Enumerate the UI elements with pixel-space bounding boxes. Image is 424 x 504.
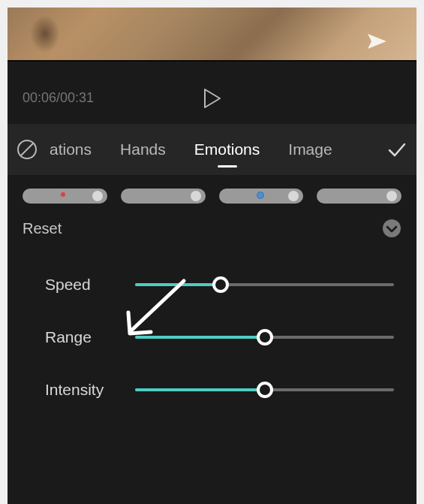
- slider-intensity[interactable]: [135, 381, 394, 399]
- play-button[interactable]: [203, 88, 221, 109]
- svg-line-1: [21, 143, 33, 155]
- collapse-button[interactable]: [382, 219, 401, 238]
- preset-2[interactable]: [121, 189, 206, 204]
- presets-row: [8, 175, 416, 207]
- reset-button[interactable]: Reset: [23, 220, 62, 237]
- tab-ations[interactable]: ations: [47, 127, 95, 172]
- check-icon: [386, 139, 407, 160]
- preset-3[interactable]: [219, 189, 304, 204]
- slider-fill: [135, 283, 221, 286]
- total-time: 00:31: [60, 90, 94, 105]
- tab-emotions[interactable]: Emotions: [191, 127, 263, 172]
- chevron-down-icon: [382, 219, 401, 238]
- slider-row-intensity: Intensity: [23, 381, 401, 399]
- slider-label-speed: Speed: [45, 276, 135, 294]
- preset-1[interactable]: [23, 189, 107, 204]
- slider-thumb[interactable]: [212, 276, 229, 293]
- slider-row-range: Range: [23, 328, 401, 346]
- confirm-button[interactable]: [386, 139, 407, 160]
- svg-point-2: [383, 219, 401, 237]
- prohibit-icon: [17, 139, 38, 160]
- controls-header: Reset: [23, 219, 401, 238]
- video-preview[interactable]: [8, 8, 416, 62]
- tabs-container: ations Hands Emotions Image: [47, 127, 377, 172]
- tab-image[interactable]: Image: [285, 127, 335, 172]
- slider-thumb[interactable]: [257, 329, 273, 346]
- player-controls: 00:06/00:31: [8, 62, 416, 124]
- preset-4[interactable]: [317, 189, 401, 204]
- app-container: 00:06/00:31 ations Hands Emotions Image: [8, 8, 416, 504]
- slider-range[interactable]: [135, 328, 394, 346]
- slider-fill: [135, 388, 265, 391]
- slider-row-speed: Speed: [23, 276, 401, 294]
- tab-bar: ations Hands Emotions Image: [8, 124, 416, 175]
- current-time: 00:06: [23, 90, 56, 105]
- no-effect-button[interactable]: [17, 139, 38, 160]
- slider-label-range: Range: [45, 328, 135, 346]
- slider-fill: [135, 336, 265, 339]
- slider-speed[interactable]: [135, 276, 394, 294]
- tab-hands[interactable]: Hands: [117, 127, 169, 172]
- slider-label-intensity: Intensity: [45, 381, 135, 399]
- play-icon: [203, 88, 221, 109]
- slider-thumb[interactable]: [257, 382, 273, 398]
- time-display: 00:06/00:31: [23, 90, 94, 106]
- controls-section: Reset Speed Range: [8, 207, 416, 456]
